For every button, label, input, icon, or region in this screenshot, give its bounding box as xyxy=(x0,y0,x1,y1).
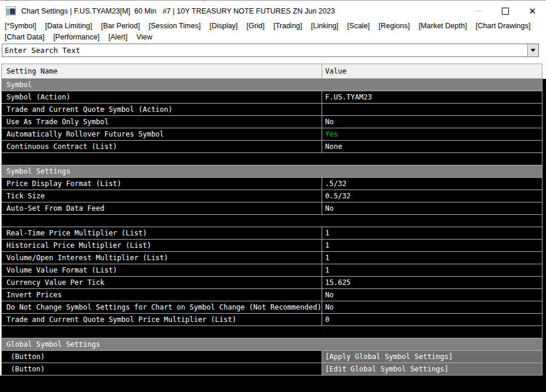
title-bar[interactable]: Chart Settings | F.US.TYAM23[M] 60 Min #… xyxy=(0,1,546,21)
setting-name-cell: Do Not Change Symbol Settings for Chart … xyxy=(2,301,322,313)
setting-name-cell: (Button) xyxy=(2,351,322,363)
setting-name-cell: Real-Time Price Multiplier (List) xyxy=(2,227,322,239)
right-black-fill xyxy=(542,79,546,392)
setting-value-cell[interactable]: .5/32 xyxy=(322,178,542,190)
close-button[interactable]: ✕ xyxy=(519,1,546,21)
menu-item-regions[interactable]: [Regions] xyxy=(379,21,410,32)
menu-item-linking[interactable]: [Linking] xyxy=(311,21,339,32)
search-combobox xyxy=(2,44,539,57)
setting-row[interactable]: Trade and Current Quote Symbol Price Mul… xyxy=(1,314,542,326)
settings-table-header: Setting Name Value xyxy=(1,64,542,79)
settings-table-body: SymbolSymbol (Action)F.US.TYAM23Trade an… xyxy=(1,79,542,376)
setting-row[interactable]: Use As Trade Only SymbolNo xyxy=(1,116,542,128)
section-header-row: Symbol Settings xyxy=(1,165,542,178)
settings-table: Setting Name Value SymbolSymbol (Action)… xyxy=(1,64,542,376)
setting-value-cell[interactable]: No xyxy=(322,289,542,301)
minimize-button[interactable] xyxy=(465,1,492,21)
setting-value-cell[interactable] xyxy=(322,104,542,115)
setting-name-cell: Use As Trade Only Symbol xyxy=(2,116,322,128)
setting-row[interactable]: Trade and Current Quote Symbol (Action) xyxy=(1,104,542,116)
setting-value-cell[interactable]: 0.5/32 xyxy=(322,190,542,202)
setting-name-cell: Automatically Rollover Futures Symbol xyxy=(2,128,322,140)
setting-name-cell: Currency Value Per Tick xyxy=(2,277,322,288)
setting-row[interactable]: Do Not Change Symbol Settings for Chart … xyxy=(1,301,542,314)
setting-value-cell[interactable]: No xyxy=(322,301,542,313)
chart-settings-window: Chart Settings | F.US.TYAM23[M] 60 Min #… xyxy=(0,0,546,392)
setting-row[interactable]: Auto-Set From Data FeedNo xyxy=(1,202,542,215)
setting-name-cell: Trade and Current Quote Symbol (Action) xyxy=(2,104,322,115)
section-header-row: Global Symbol Settings xyxy=(1,338,542,351)
chevron-down-icon xyxy=(531,49,535,52)
menu-item-performance[interactable]: [Performance] xyxy=(53,32,100,43)
menu-line-1: [*Symbol][Data Limiting][Bar Period][Ses… xyxy=(5,21,542,32)
search-dropdown-button[interactable] xyxy=(527,44,538,57)
menu-item-scale[interactable]: [Scale] xyxy=(348,21,370,32)
setting-value-cell[interactable]: 1 xyxy=(322,227,542,239)
menu-item-market-depth[interactable]: [Market Depth] xyxy=(419,21,467,32)
setting-name-cell: Price Display Format (List) xyxy=(2,178,322,190)
menu-item-chart-drawings[interactable]: [Chart Drawings] xyxy=(476,21,531,32)
setting-button-cell[interactable]: [Apply Global Symbol Settings] xyxy=(322,351,542,363)
menu-item-chart-data[interactable]: [Chart Data] xyxy=(5,32,44,43)
close-icon: ✕ xyxy=(529,6,537,15)
setting-name-cell: Invert Prices xyxy=(2,289,322,301)
setting-value-cell[interactable]: 1 xyxy=(322,264,542,276)
setting-value-cell[interactable]: None xyxy=(322,141,542,152)
bottom-black-fill xyxy=(0,376,546,392)
setting-row[interactable]: Tick Size0.5/32 xyxy=(1,190,542,202)
maximize-icon xyxy=(502,8,509,15)
setting-row[interactable]: (Button)[Apply Global Symbol Settings] xyxy=(1,351,542,363)
window-title: Chart Settings | F.US.TYAM23[M] 60 Min #… xyxy=(21,7,335,15)
setting-value-cell[interactable]: No xyxy=(322,202,542,214)
setting-value-cell[interactable]: 15.625 xyxy=(322,277,542,288)
setting-row[interactable]: Volume/Open Interest Multiplier (List)1 xyxy=(1,252,542,264)
menu-line-2: [Chart Data][Performance][Alert]View xyxy=(5,32,542,43)
setting-value-cell[interactable]: 0 xyxy=(322,314,542,325)
menu-item-alert[interactable]: [Alert] xyxy=(108,32,128,43)
setting-value-cell[interactable]: 1 xyxy=(322,240,542,251)
menu-item-display[interactable]: [Display] xyxy=(210,21,238,32)
setting-name-cell: Auto-Set From Data Feed xyxy=(2,202,322,214)
separator-row xyxy=(1,215,542,227)
setting-row[interactable]: Invert PricesNo xyxy=(1,289,542,301)
column-header-setting-name: Setting Name xyxy=(2,64,322,78)
menu-bar: [*Symbol][Data Limiting][Bar Period][Ses… xyxy=(5,21,542,43)
setting-value-cell[interactable]: 1 xyxy=(322,252,542,264)
search-input[interactable] xyxy=(2,44,527,57)
setting-row[interactable]: Symbol (Action)F.US.TYAM23 xyxy=(1,91,542,104)
setting-name-cell: Continuous Contract (List) xyxy=(2,141,322,152)
menu-item-symbol[interactable]: [*Symbol] xyxy=(5,21,37,32)
setting-row[interactable]: Volume Value Format (List)1 xyxy=(1,264,542,277)
setting-row[interactable]: Automatically Rollover Futures SymbolYes xyxy=(1,128,542,141)
setting-row[interactable]: Continuous Contract (List)None xyxy=(1,141,542,153)
setting-name-cell: Volume Value Format (List) xyxy=(2,264,322,276)
setting-name-cell: Symbol (Action) xyxy=(2,91,322,103)
setting-row[interactable]: Currency Value Per Tick15.625 xyxy=(1,277,542,289)
setting-value-cell[interactable]: No xyxy=(322,116,542,128)
caption-buttons: ✕ xyxy=(465,1,546,21)
column-header-value: Value xyxy=(322,64,542,78)
menu-item-trading[interactable]: [Trading] xyxy=(273,21,302,32)
section-header-row: Symbol xyxy=(1,79,542,91)
menu-item-data-limiting[interactable]: [Data Limiting] xyxy=(45,21,92,32)
setting-row[interactable]: Historical Price Multiplier (List)1 xyxy=(1,240,542,252)
menu-item-view[interactable]: View xyxy=(137,32,153,43)
setting-row[interactable]: Real-Time Price Multiplier (List)1 xyxy=(1,227,542,240)
setting-name-cell: Historical Price Multiplier (List) xyxy=(2,240,322,251)
separator-row xyxy=(1,153,542,165)
setting-value-cell[interactable]: Yes xyxy=(322,128,542,140)
setting-row[interactable]: Price Display Format (List).5/32 xyxy=(1,178,542,190)
setting-button-cell[interactable]: [Edit Global Symbol Settings] xyxy=(322,363,542,375)
setting-name-cell: Tick Size xyxy=(2,190,322,202)
maximize-button[interactable] xyxy=(492,1,519,21)
setting-name-cell: Trade and Current Quote Symbol Price Mul… xyxy=(2,314,322,325)
menu-item-session-times[interactable]: [Session Times] xyxy=(148,21,200,32)
setting-row[interactable]: (Button)[Edit Global Symbol Settings] xyxy=(1,363,542,376)
setting-name-cell: Volume/Open Interest Multiplier (List) xyxy=(2,252,322,264)
menu-item-bar-period[interactable]: [Bar Period] xyxy=(101,21,140,32)
separator-row xyxy=(1,326,542,338)
setting-name-cell: (Button) xyxy=(2,363,322,375)
setting-value-cell[interactable]: F.US.TYAM23 xyxy=(322,91,542,103)
menu-item-grid[interactable]: [Grid] xyxy=(247,21,265,32)
minimize-icon xyxy=(475,11,482,11)
